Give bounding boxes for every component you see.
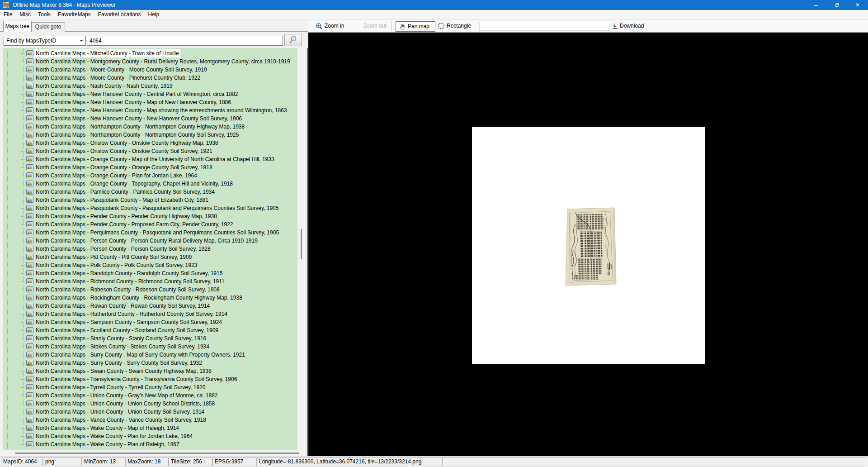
tree-item[interactable]: North Carolina Maps - Orange County - Or… <box>3 163 297 172</box>
zoom-in-icon[interactable] <box>316 23 323 30</box>
map-thumbnail-icon <box>26 335 33 341</box>
tree-item[interactable]: North Carolina Maps - Vance County - Van… <box>3 416 297 424</box>
status-panel: MapsID: 4064 <box>1 457 43 466</box>
tree-item[interactable]: North Carolina Maps - New Hanover County… <box>3 106 297 114</box>
tree-item[interactable]: North Carolina Maps - Montgomery County … <box>3 57 297 66</box>
tree-item[interactable]: North Carolina Maps - Rockingham County … <box>3 294 297 302</box>
tree-item[interactable]: North Carolina Maps - Randolph County - … <box>3 269 297 277</box>
tree-item[interactable]: North Carolina Maps - Moore County - Moo… <box>3 66 297 74</box>
menu-tools[interactable]: Tools <box>34 10 54 19</box>
tree-item[interactable]: North Carolina Maps - Onslow County - On… <box>3 147 297 155</box>
map-thumbnail-icon <box>26 83 33 89</box>
horizontal-scrollbar-thumb[interactable] <box>15 453 299 454</box>
map-thumbnail-icon <box>26 181 33 186</box>
tree-item[interactable]: North Carolina Maps - New Hanover County… <box>3 90 297 98</box>
map-thumbnail-icon <box>26 425 33 431</box>
menu-file[interactable]: File <box>0 10 16 19</box>
tab-maps-tree[interactable]: Maps tree <box>3 21 32 32</box>
tree-item[interactable]: North Carolina Maps - Onslow County - On… <box>3 139 297 147</box>
menu-help[interactable]: Help <box>145 10 163 19</box>
status-panel: png <box>43 457 82 466</box>
download-icon[interactable] <box>612 23 618 29</box>
tree-item[interactable]: North Carolina Maps - Sampson County - S… <box>3 318 297 326</box>
map-thumbnail-icon <box>26 343 33 349</box>
tree-item[interactable]: North Carolina Maps - Pasquotank County … <box>3 196 297 204</box>
map-thumbnail-icon <box>26 278 33 284</box>
map-thumbnail-icon <box>26 417 33 423</box>
tree-item[interactable]: North Carolina Maps - Surry County - Sur… <box>3 359 297 367</box>
menu-favoritemaps[interactable]: FavoriteMaps <box>54 10 94 19</box>
zoom-in-button[interactable]: Zoom in <box>325 20 344 32</box>
map-thumbnail-icon <box>26 164 33 170</box>
restore-button[interactable] <box>826 0 847 10</box>
right-panel: Zoom in Zoom out Pan map Rectangle Downl… <box>308 20 868 456</box>
tree-item[interactable]: North Carolina Maps - Pamlico County - P… <box>3 188 297 196</box>
map-thumbnail-icon <box>26 238 33 243</box>
map-thumbnail-icon <box>26 205 33 211</box>
tab-quick-goto[interactable]: Quick goto <box>31 22 65 32</box>
zoom-out-button[interactable]: Zoom out <box>363 20 387 32</box>
menu-misc[interactable]: Misc <box>16 10 34 19</box>
tree-item[interactable]: North Carolina Maps - New Hanover County… <box>3 98 297 106</box>
tree-item[interactable]: North Carolina Maps - Scotland County - … <box>3 326 297 334</box>
pan-map-button[interactable]: Pan map <box>396 21 435 32</box>
tree-item[interactable]: North Carolina Maps - Orange County - Ma… <box>3 155 297 163</box>
tree-item[interactable]: North Carolina Maps - Wake County - Map … <box>3 424 297 432</box>
tree-item[interactable]: North Carolina Maps - Northampton County… <box>3 123 297 131</box>
toolbar-input[interactable] <box>479 22 609 31</box>
tree-item[interactable]: North Carolina Maps - Tyrrell County - T… <box>3 383 297 391</box>
tree-item[interactable]: North Carolina Maps - Union County - Gra… <box>3 391 297 400</box>
rectangle-icon[interactable] <box>438 23 444 29</box>
tree-item[interactable]: North Carolina Maps - Orange County - To… <box>3 180 297 188</box>
tree-item[interactable]: North Carolina Maps - Northampton County… <box>3 131 297 139</box>
tree-item[interactable]: North Carolina Maps - Stanly County - St… <box>3 334 297 343</box>
tree-item[interactable]: North Carolina Maps - Robeson County - R… <box>3 286 297 294</box>
tree-item[interactable]: North Carolina Maps - Richmond County - … <box>3 277 297 286</box>
tree-item[interactable]: North Carolina Maps - Pender County - Pr… <box>3 220 297 229</box>
tree-item[interactable]: North Carolina Maps - Mitchell County - … <box>3 49 297 57</box>
map-thumbnail-icon <box>26 148 33 154</box>
tree-item[interactable]: North Carolina Maps - Transylvania Count… <box>3 375 297 383</box>
tree-item[interactable]: North Carolina Maps - Person County - Pe… <box>3 245 297 253</box>
map-thumbnail-icon <box>26 246 33 252</box>
tree-item[interactable]: North Carolina Maps - Person County - Pe… <box>3 237 297 245</box>
vertical-scrollbar[interactable] <box>297 48 306 450</box>
map-thumbnail-icon <box>26 392 33 398</box>
tree-item[interactable]: North Carolina Maps - New Hanover County… <box>3 114 297 123</box>
status-panel: TileSize: 256 <box>169 457 212 466</box>
tree-item[interactable]: North Carolina Maps - Wake County - Plan… <box>3 440 297 448</box>
tree-item[interactable]: North Carolina Maps - Stokes County - St… <box>3 343 297 351</box>
tree-item[interactable]: North Carolina Maps - Union County - Uni… <box>3 408 297 416</box>
map-thumbnail-icon <box>26 433 33 439</box>
map-thumbnail-icon <box>26 172 33 178</box>
horizontal-scrollbar[interactable] <box>3 450 306 456</box>
map-viewport[interactable] <box>308 33 868 456</box>
vertical-scrollbar-thumb[interactable] <box>301 229 302 259</box>
tree-item[interactable]: North Carolina Maps - Nash County - Nash… <box>3 82 297 90</box>
tree-item[interactable]: North Carolina Maps - Orange County - Pl… <box>3 172 297 180</box>
tree-item[interactable]: North Carolina Maps - Surry County - Map… <box>3 351 297 359</box>
tree-item[interactable]: North Carolina Maps - Rutherford County … <box>3 310 297 318</box>
menu-favoritelocations[interactable]: FavoriteLocations <box>94 10 145 19</box>
search-input[interactable]: 4064 <box>87 36 283 46</box>
tree-item[interactable]: North Carolina Maps - Polk County - Polk… <box>3 261 297 269</box>
search-button[interactable] <box>284 34 302 46</box>
tree-item[interactable]: North Carolina Maps - Moore County - Pin… <box>3 74 297 82</box>
rectangle-button[interactable]: Rectangle <box>447 20 471 32</box>
tree-item[interactable]: North Carolina Maps - Pasquotank County … <box>3 204 297 212</box>
map-thumbnail-icon <box>26 197 33 203</box>
map-thumbnail-icon <box>26 99 33 105</box>
tree-item[interactable]: North Carolina Maps - Pender County - Pe… <box>3 212 297 220</box>
map-thumbnail-icon <box>26 295 33 300</box>
find-by-dropdown[interactable]: Find by MapsTypeID <box>4 36 86 46</box>
tree-item[interactable]: North Carolina Maps - Swain County - Swa… <box>3 367 297 375</box>
chevron-down-icon[interactable] <box>78 36 85 45</box>
minimize-button[interactable] <box>806 0 826 10</box>
tree-item[interactable]: North Carolina Maps - Perquimans County … <box>3 229 297 237</box>
tree-item[interactable]: North Carolina Maps - Pitt County - Pitt… <box>3 253 297 261</box>
tree-item[interactable]: North Carolina Maps - Wake County - Plan… <box>3 432 297 440</box>
tree-item[interactable]: North Carolina Maps - Rowan County - Row… <box>3 302 297 310</box>
tree-item[interactable]: North Carolina Maps - Union County - Uni… <box>3 400 297 408</box>
close-button[interactable]: ✕ <box>847 0 868 10</box>
download-button[interactable]: Download <box>620 20 644 32</box>
